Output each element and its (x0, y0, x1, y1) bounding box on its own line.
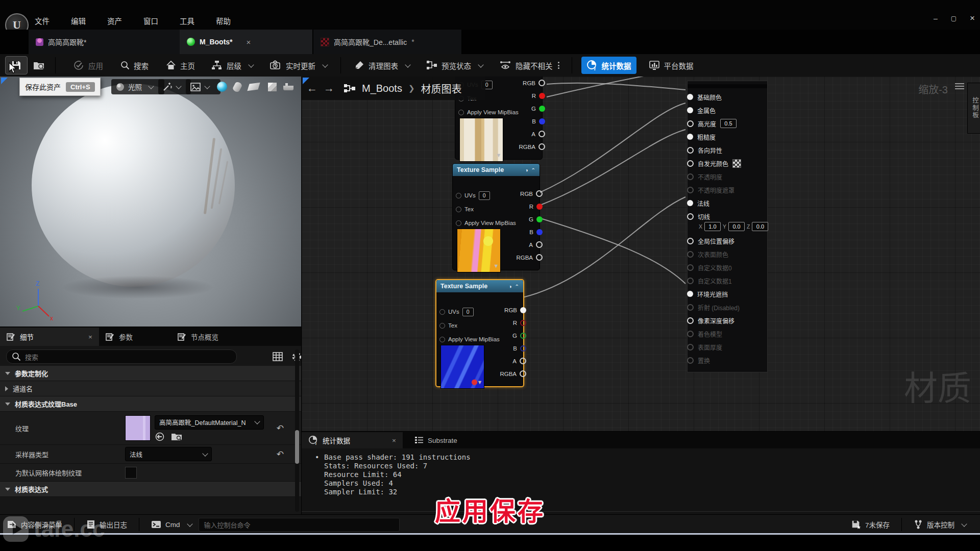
output-pin-icon[interactable] (538, 80, 545, 86)
shape-sphere-button[interactable] (215, 80, 229, 93)
result-pin-全局位置偏移[interactable]: 全局位置偏移 (688, 234, 767, 247)
node-header[interactable]: Texture Sample ◑ ⌃ (436, 280, 523, 292)
menu-窗口[interactable]: 窗口 (141, 14, 160, 27)
pin-icon[interactable] (687, 187, 694, 193)
collapse-up-icon[interactable]: ⌃ (531, 167, 535, 173)
details-tab-close-icon[interactable]: × (88, 333, 92, 341)
breadcrumb-root[interactable]: M_Boots (362, 83, 402, 94)
output-pin-icon[interactable] (520, 370, 526, 377)
live-update-button[interactable]: 实时更新 (264, 57, 332, 74)
pin-icon[interactable] (687, 238, 694, 244)
pin-icon[interactable] (687, 251, 694, 258)
output-R[interactable]: R (436, 316, 526, 329)
pin-value[interactable]: 0.5 (720, 119, 737, 128)
tab-material-mboots[interactable]: M_Boots* × (180, 30, 313, 54)
maximize-button[interactable]: ▢ (951, 15, 957, 22)
result-pin-自定义数据1[interactable]: 自定义数据1 (688, 274, 767, 287)
axis-value[interactable]: 1.0 (704, 222, 721, 231)
texture-sample-node-2[interactable]: Texture Sample ◑ ⌃ UVs 0 Tex Apply View … (435, 279, 524, 387)
collapse-up-icon[interactable]: ⌃ (515, 284, 519, 289)
menu-资产[interactable]: 资产 (105, 14, 124, 27)
hide-unrelated-button[interactable]: 隐藏不相关 (494, 57, 565, 74)
material-graph-canvas[interactable]: Texture Sample ◑ ⌃ UVs 0 Tex Apply View … (301, 77, 980, 431)
output-pin-icon[interactable] (520, 320, 526, 326)
material-preview-viewport[interactable]: 光照 Z Y x (0, 77, 301, 327)
menu-编辑[interactable]: 编辑 (69, 14, 88, 27)
browse-to-asset-icon[interactable] (171, 432, 182, 441)
section-parameter-customization[interactable]: 参数定制化 (0, 366, 301, 381)
pin-icon[interactable] (687, 344, 694, 350)
result-pin-高光度[interactable]: 高光度0.5 (688, 117, 767, 130)
section-material-expression-texture-base[interactable]: 材质表达式纹理Base (0, 396, 301, 412)
texture-asset-dropdown[interactable]: 高简高跟靴_DefaultMaterial_N (155, 415, 264, 430)
result-pin-置换[interactable]: 置换 (688, 354, 767, 367)
result-pin-基础颜色[interactable]: 基础颜色 (688, 90, 767, 104)
output-pin-icon[interactable] (536, 190, 543, 197)
color-swatch-icon[interactable] (732, 159, 741, 168)
tab-close-icon[interactable]: × (247, 38, 251, 46)
shape-custom-mesh-button[interactable] (282, 80, 295, 93)
result-pin-自定义数据0[interactable]: 自定义数据0 (688, 261, 767, 274)
sampler-type-dropdown[interactable]: 法线 (125, 447, 212, 461)
more-options-icon[interactable] (558, 62, 559, 69)
reset-property-icon[interactable]: ↶ (277, 449, 284, 460)
output-RGB[interactable]: RGB (453, 187, 543, 200)
result-pin-折射 (Disabled)[interactable]: 折射 (Disabled) (688, 300, 767, 314)
output-pin-icon[interactable] (520, 333, 526, 339)
output-pin-icon[interactable] (536, 229, 543, 235)
pin-icon[interactable] (687, 173, 694, 180)
output-RGB[interactable]: RGB (436, 304, 526, 316)
expand-down-icon[interactable]: ▼ (496, 152, 502, 158)
pin-icon[interactable] (687, 134, 693, 140)
tab-stats[interactable]: i 统计数据 × (302, 432, 403, 448)
result-pin-切线[interactable]: 切线 (688, 210, 767, 223)
pin-icon[interactable] (687, 357, 694, 364)
output-pin-icon[interactable] (520, 307, 526, 313)
output-pin-icon[interactable] (520, 358, 526, 364)
output-pin-icon[interactable] (538, 143, 545, 150)
output-R[interactable]: R (453, 200, 543, 213)
result-pin-各向异性[interactable]: 各向异性 (688, 143, 767, 157)
axis-value[interactable]: 0.0 (752, 222, 768, 231)
axis-value[interactable]: 0.0 (728, 222, 745, 231)
details-scrollbar[interactable] (295, 349, 299, 512)
output-G[interactable]: G (453, 213, 543, 226)
result-pin-金属色[interactable]: 金属色 (688, 104, 767, 117)
output-G[interactable]: G (455, 102, 545, 115)
result-pin-不透明度[interactable]: 不透明度 (688, 170, 767, 183)
palette-menu-icon[interactable] (955, 83, 964, 91)
tab-parameters[interactable]: 参数 (99, 328, 139, 346)
stats-button[interactable]: i统计数据 (581, 57, 636, 74)
nav-forward-icon[interactable]: → (324, 82, 334, 94)
output-pin-icon[interactable] (536, 254, 543, 261)
pin-icon[interactable] (687, 160, 694, 167)
shape-cube-button[interactable] (265, 80, 279, 93)
pin-icon[interactable] (687, 291, 693, 297)
output-pin-icon[interactable] (539, 106, 545, 112)
close-button[interactable]: × (970, 13, 975, 23)
pin-icon[interactable] (687, 331, 694, 337)
material-result-node[interactable]: 基础颜色金属色高光度0.5粗糙度各向异性自发光颜色不透明度不透明度遮罩法线切线X… (687, 81, 768, 372)
draw-default-checkbox[interactable] (125, 467, 137, 479)
node-header[interactable]: Texture Sample ◑ ⌃ (453, 164, 540, 176)
result-pin-粗糙度[interactable]: 粗糙度 (688, 130, 767, 143)
output-pin-icon[interactable] (536, 216, 543, 222)
result-pin-法线[interactable]: 法线 (688, 196, 767, 210)
use-selected-icon[interactable] (155, 432, 165, 441)
output-pin-icon[interactable] (536, 241, 543, 248)
shape-plane-button[interactable] (247, 80, 260, 93)
tab-texture-metallic[interactable]: 高简高跟靴_De...etallic * (313, 30, 462, 54)
output-pin-icon[interactable] (539, 118, 545, 124)
tab-skeletal-mesh[interactable]: 高简高跟靴* (29, 30, 180, 54)
search-button[interactable]: 搜索 (115, 57, 154, 74)
pin-icon[interactable] (687, 94, 693, 100)
lighting-mode-button[interactable]: 光照 (111, 79, 164, 94)
result-pin-像素深度偏移[interactable]: 像素深度偏移 (688, 314, 767, 327)
output-pin-icon[interactable] (520, 345, 526, 352)
result-pin-次表面颜色[interactable]: 次表面颜色 (688, 247, 767, 261)
pin-icon[interactable] (687, 264, 694, 271)
result-pin-着色模型[interactable]: 着色模型 (688, 327, 767, 340)
tab-details[interactable]: 细节 × (0, 328, 99, 346)
apply-button[interactable]: 应用 (68, 57, 108, 74)
pin-icon[interactable] (687, 147, 694, 154)
